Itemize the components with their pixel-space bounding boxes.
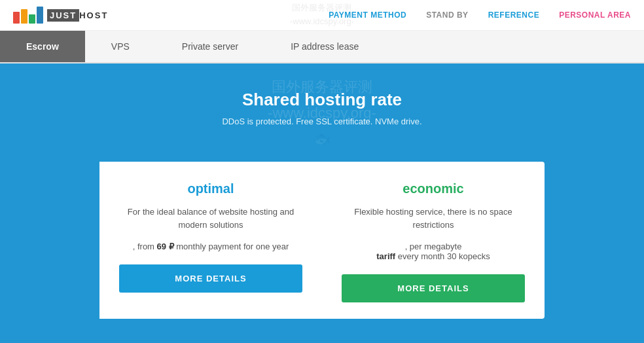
card-optimal-desc: For the ideal balance of website hosting… (119, 206, 302, 231)
card-optimal: optimal For the ideal balance of website… (99, 162, 322, 319)
nav-stand-by[interactable]: STAND BY (426, 10, 468, 20)
tab-vps[interactable]: VPS (85, 31, 156, 62)
card-economic-title: economic (342, 181, 525, 196)
tab-ip-address-lease[interactable]: IP address lease (264, 31, 385, 62)
logo-text: JUSTHOST (47, 10, 108, 20)
nav-personal-area[interactable]: PERSONAL AREA (559, 10, 631, 20)
card-optimal-more-details-button[interactable]: MORE DETAILS (119, 264, 302, 293)
card-economic-price: , per megabyte tariff every month 30 kop… (342, 242, 525, 261)
card-economic-more-details-button[interactable]: MORE DETAILS (342, 274, 525, 302)
logo-bars (13, 7, 43, 24)
header: JUSTHOST 国外服务器评测 -www.idcspy.org- PAYMEN… (0, 0, 644, 31)
card-economic-desc: Flexible hosting service, there is no sp… (342, 206, 525, 231)
logo[interactable]: JUSTHOST (13, 7, 108, 24)
cards-section: 国外服务器评测 -www.idcspy.org- 🐟 🐟 optimal For… (0, 162, 644, 343)
nav-payment-method[interactable]: PAYMENT METHOD (329, 10, 406, 20)
tab-escrow[interactable]: Escrow (0, 31, 85, 62)
hero-title: Shared hosting rate (13, 90, 631, 110)
hero-subtitle: DDoS is protected. Free SSL certificate.… (13, 117, 631, 126)
hero-watermark: 国外服务器评测 -www.idcspy.org- 🐟 (268, 74, 376, 152)
tab-bar: Escrow VPS Private server IP address lea… (0, 31, 644, 63)
card-optimal-title: optimal (119, 181, 302, 196)
logo-just: JUST (47, 9, 79, 22)
hero-section: 国外服务器评测 -www.idcspy.org- 🐟 Shared hostin… (0, 63, 644, 162)
card-economic: economic Flexible hosting service, there… (322, 162, 545, 319)
tab-private-server[interactable]: Private server (156, 31, 264, 62)
nav-links: PAYMENT METHOD STAND BY REFERENCE PERSON… (329, 10, 631, 20)
nav-reference[interactable]: REFERENCE (488, 10, 540, 20)
card-optimal-price: , from 69 ₽ monthly payment for one year (119, 242, 302, 251)
